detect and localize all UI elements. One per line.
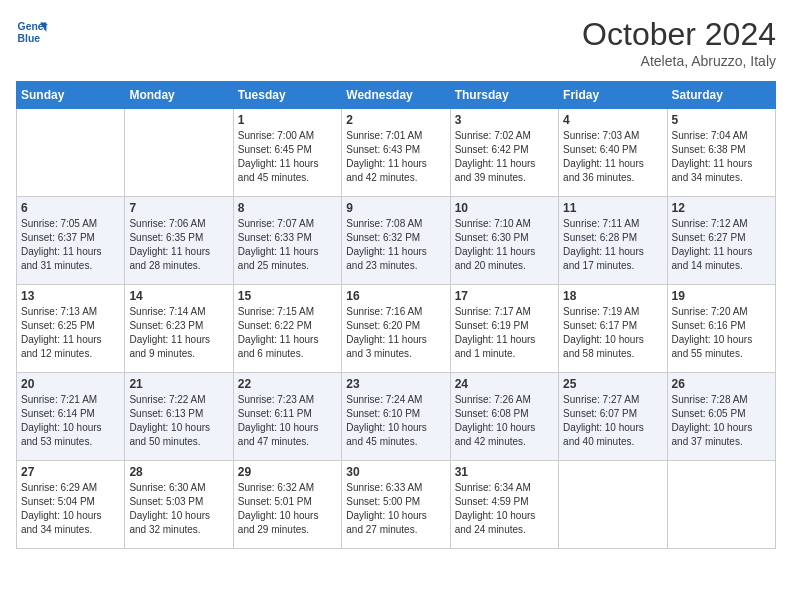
day-info: Sunrise: 7:20 AMSunset: 6:16 PMDaylight:…	[672, 305, 771, 361]
page-header: General Blue October 2024 Ateleta, Abruz…	[16, 16, 776, 69]
calendar-cell: 27Sunrise: 6:29 AMSunset: 5:04 PMDayligh…	[17, 461, 125, 549]
calendar-cell: 13Sunrise: 7:13 AMSunset: 6:25 PMDayligh…	[17, 285, 125, 373]
day-info: Sunrise: 7:07 AMSunset: 6:33 PMDaylight:…	[238, 217, 337, 273]
day-info: Sunrise: 7:24 AMSunset: 6:10 PMDaylight:…	[346, 393, 445, 449]
calendar-cell: 20Sunrise: 7:21 AMSunset: 6:14 PMDayligh…	[17, 373, 125, 461]
calendar-cell: 30Sunrise: 6:33 AMSunset: 5:00 PMDayligh…	[342, 461, 450, 549]
day-number: 31	[455, 465, 554, 479]
day-info: Sunrise: 7:28 AMSunset: 6:05 PMDaylight:…	[672, 393, 771, 449]
title-block: October 2024 Ateleta, Abruzzo, Italy	[582, 16, 776, 69]
day-info: Sunrise: 7:14 AMSunset: 6:23 PMDaylight:…	[129, 305, 228, 361]
day-info: Sunrise: 7:05 AMSunset: 6:37 PMDaylight:…	[21, 217, 120, 273]
calendar-cell	[559, 461, 667, 549]
calendar-week-row: 13Sunrise: 7:13 AMSunset: 6:25 PMDayligh…	[17, 285, 776, 373]
calendar-week-row: 20Sunrise: 7:21 AMSunset: 6:14 PMDayligh…	[17, 373, 776, 461]
calendar-cell: 6Sunrise: 7:05 AMSunset: 6:37 PMDaylight…	[17, 197, 125, 285]
calendar-cell: 31Sunrise: 6:34 AMSunset: 4:59 PMDayligh…	[450, 461, 558, 549]
calendar-cell	[125, 109, 233, 197]
day-info: Sunrise: 7:21 AMSunset: 6:14 PMDaylight:…	[21, 393, 120, 449]
day-number: 29	[238, 465, 337, 479]
day-number: 16	[346, 289, 445, 303]
day-number: 26	[672, 377, 771, 391]
weekday-header: Wednesday	[342, 82, 450, 109]
calendar-cell: 1Sunrise: 7:00 AMSunset: 6:45 PMDaylight…	[233, 109, 341, 197]
day-info: Sunrise: 7:06 AMSunset: 6:35 PMDaylight:…	[129, 217, 228, 273]
weekday-header: Friday	[559, 82, 667, 109]
day-info: Sunrise: 7:16 AMSunset: 6:20 PMDaylight:…	[346, 305, 445, 361]
day-number: 28	[129, 465, 228, 479]
day-info: Sunrise: 7:26 AMSunset: 6:08 PMDaylight:…	[455, 393, 554, 449]
day-number: 8	[238, 201, 337, 215]
calendar-cell: 16Sunrise: 7:16 AMSunset: 6:20 PMDayligh…	[342, 285, 450, 373]
day-number: 9	[346, 201, 445, 215]
day-info: Sunrise: 6:33 AMSunset: 5:00 PMDaylight:…	[346, 481, 445, 537]
calendar-week-row: 27Sunrise: 6:29 AMSunset: 5:04 PMDayligh…	[17, 461, 776, 549]
calendar-cell: 29Sunrise: 6:32 AMSunset: 5:01 PMDayligh…	[233, 461, 341, 549]
day-info: Sunrise: 6:34 AMSunset: 4:59 PMDaylight:…	[455, 481, 554, 537]
day-number: 14	[129, 289, 228, 303]
day-info: Sunrise: 7:19 AMSunset: 6:17 PMDaylight:…	[563, 305, 662, 361]
calendar-table: SundayMondayTuesdayWednesdayThursdayFrid…	[16, 81, 776, 549]
day-number: 7	[129, 201, 228, 215]
day-info: Sunrise: 7:23 AMSunset: 6:11 PMDaylight:…	[238, 393, 337, 449]
logo-icon: General Blue	[16, 16, 48, 48]
day-info: Sunrise: 7:00 AMSunset: 6:45 PMDaylight:…	[238, 129, 337, 185]
location: Ateleta, Abruzzo, Italy	[582, 53, 776, 69]
calendar-cell: 23Sunrise: 7:24 AMSunset: 6:10 PMDayligh…	[342, 373, 450, 461]
calendar-cell: 2Sunrise: 7:01 AMSunset: 6:43 PMDaylight…	[342, 109, 450, 197]
calendar-cell: 12Sunrise: 7:12 AMSunset: 6:27 PMDayligh…	[667, 197, 775, 285]
calendar-cell: 9Sunrise: 7:08 AMSunset: 6:32 PMDaylight…	[342, 197, 450, 285]
day-info: Sunrise: 7:11 AMSunset: 6:28 PMDaylight:…	[563, 217, 662, 273]
weekday-header: Sunday	[17, 82, 125, 109]
day-number: 6	[21, 201, 120, 215]
day-number: 21	[129, 377, 228, 391]
day-number: 30	[346, 465, 445, 479]
day-number: 2	[346, 113, 445, 127]
calendar-cell: 5Sunrise: 7:04 AMSunset: 6:38 PMDaylight…	[667, 109, 775, 197]
day-number: 5	[672, 113, 771, 127]
day-number: 17	[455, 289, 554, 303]
calendar-cell: 14Sunrise: 7:14 AMSunset: 6:23 PMDayligh…	[125, 285, 233, 373]
day-number: 19	[672, 289, 771, 303]
weekday-header-row: SundayMondayTuesdayWednesdayThursdayFrid…	[17, 82, 776, 109]
month-title: October 2024	[582, 16, 776, 53]
day-number: 4	[563, 113, 662, 127]
day-number: 15	[238, 289, 337, 303]
weekday-header: Saturday	[667, 82, 775, 109]
day-number: 20	[21, 377, 120, 391]
day-info: Sunrise: 7:15 AMSunset: 6:22 PMDaylight:…	[238, 305, 337, 361]
day-number: 11	[563, 201, 662, 215]
day-number: 25	[563, 377, 662, 391]
day-info: Sunrise: 7:03 AMSunset: 6:40 PMDaylight:…	[563, 129, 662, 185]
day-info: Sunrise: 6:32 AMSunset: 5:01 PMDaylight:…	[238, 481, 337, 537]
day-info: Sunrise: 6:29 AMSunset: 5:04 PMDaylight:…	[21, 481, 120, 537]
calendar-cell: 24Sunrise: 7:26 AMSunset: 6:08 PMDayligh…	[450, 373, 558, 461]
day-info: Sunrise: 7:08 AMSunset: 6:32 PMDaylight:…	[346, 217, 445, 273]
calendar-cell: 3Sunrise: 7:02 AMSunset: 6:42 PMDaylight…	[450, 109, 558, 197]
calendar-cell: 21Sunrise: 7:22 AMSunset: 6:13 PMDayligh…	[125, 373, 233, 461]
day-info: Sunrise: 7:04 AMSunset: 6:38 PMDaylight:…	[672, 129, 771, 185]
logo: General Blue	[16, 16, 48, 48]
day-info: Sunrise: 7:01 AMSunset: 6:43 PMDaylight:…	[346, 129, 445, 185]
calendar-cell: 25Sunrise: 7:27 AMSunset: 6:07 PMDayligh…	[559, 373, 667, 461]
day-info: Sunrise: 7:10 AMSunset: 6:30 PMDaylight:…	[455, 217, 554, 273]
weekday-header: Thursday	[450, 82, 558, 109]
day-info: Sunrise: 7:13 AMSunset: 6:25 PMDaylight:…	[21, 305, 120, 361]
day-number: 3	[455, 113, 554, 127]
weekday-header: Monday	[125, 82, 233, 109]
day-number: 12	[672, 201, 771, 215]
calendar-cell: 19Sunrise: 7:20 AMSunset: 6:16 PMDayligh…	[667, 285, 775, 373]
calendar-cell: 11Sunrise: 7:11 AMSunset: 6:28 PMDayligh…	[559, 197, 667, 285]
calendar-cell: 10Sunrise: 7:10 AMSunset: 6:30 PMDayligh…	[450, 197, 558, 285]
day-number: 10	[455, 201, 554, 215]
calendar-cell: 7Sunrise: 7:06 AMSunset: 6:35 PMDaylight…	[125, 197, 233, 285]
day-number: 23	[346, 377, 445, 391]
day-info: Sunrise: 6:30 AMSunset: 5:03 PMDaylight:…	[129, 481, 228, 537]
day-number: 22	[238, 377, 337, 391]
calendar-cell: 26Sunrise: 7:28 AMSunset: 6:05 PMDayligh…	[667, 373, 775, 461]
day-info: Sunrise: 7:27 AMSunset: 6:07 PMDaylight:…	[563, 393, 662, 449]
calendar-cell: 4Sunrise: 7:03 AMSunset: 6:40 PMDaylight…	[559, 109, 667, 197]
calendar-cell	[17, 109, 125, 197]
calendar-cell: 15Sunrise: 7:15 AMSunset: 6:22 PMDayligh…	[233, 285, 341, 373]
day-number: 1	[238, 113, 337, 127]
